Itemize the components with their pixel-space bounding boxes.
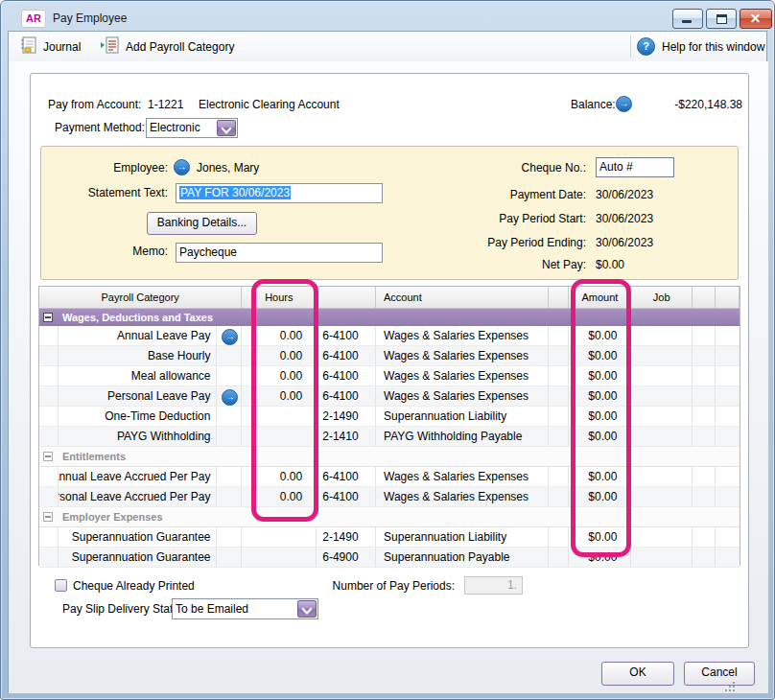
- statement-text-selection: PAY FOR 30/06/2023: [179, 186, 291, 199]
- collapse-toggle-icon[interactable]: [43, 512, 53, 522]
- hours-cell[interactable]: [242, 407, 317, 426]
- cheque-already-printed-checkbox[interactable]: [55, 579, 67, 592]
- amount-cell[interactable]: $0.00: [569, 427, 631, 446]
- resize-grip[interactable]: [725, 682, 735, 691]
- pay-from-account-name: Electronic Clearing Account: [199, 98, 340, 111]
- hours-cell[interactable]: 0.00: [242, 346, 317, 365]
- minimize-button[interactable]: [672, 9, 703, 29]
- account-number-cell: 6-4100: [317, 487, 376, 506]
- help-label: Help for this window: [662, 40, 764, 54]
- collapse-toggle-icon[interactable]: [43, 313, 53, 322]
- chevron-down-icon: [221, 123, 231, 133]
- account-name-cell: Superannuation Payable: [376, 548, 548, 567]
- table-row[interactable]: One-Time Deduction 2-1490 Superannuation…: [39, 407, 740, 427]
- net-pay-label: Net Pay:: [394, 258, 586, 271]
- category-cell: PAYG Withholding: [59, 427, 218, 446]
- amount-cell[interactable]: $0.00: [569, 548, 631, 567]
- amount-cell[interactable]: $0.00: [569, 407, 631, 426]
- hours-cell[interactable]: [242, 427, 317, 446]
- hours-cell[interactable]: 0.00: [242, 467, 317, 486]
- account-name-cell: Superannuation Liability: [376, 407, 548, 426]
- hours-cell[interactable]: 0.00: [242, 366, 317, 385]
- table-row[interactable]: Superannuation Guarantee 6-4900 Superann…: [39, 548, 740, 568]
- hours-cell[interactable]: 0.00: [242, 487, 317, 506]
- pay-slip-dropdown-button[interactable]: [297, 600, 317, 618]
- cancel-button[interactable]: Cancel: [684, 662, 755, 686]
- pay-from-account-number: 1-1221: [148, 98, 183, 111]
- cheque-no-input[interactable]: Auto #: [596, 157, 674, 177]
- title-bar[interactable]: AR Pay Employee: [2, 2, 773, 31]
- job-cell[interactable]: [631, 487, 693, 506]
- main-panel: Pay from Account: 1-1221 Electronic Clea…: [30, 73, 749, 648]
- account-name-cell: Wages & Salaries Expenses: [376, 467, 548, 486]
- balance-label: Balance:: [571, 98, 616, 111]
- journal-button[interactable]: Journal: [20, 35, 81, 58]
- account-name-cell: Wages & Salaries Expenses: [376, 326, 548, 345]
- table-row[interactable]: Superannuation Guarantee 2-1490 Superann…: [39, 527, 740, 548]
- hours-cell[interactable]: [242, 527, 317, 547]
- category-cell: Annual Leave Accrued Per Pay: [59, 467, 218, 486]
- cheque-already-printed-label[interactable]: Cheque Already Printed: [73, 579, 195, 593]
- account-name-cell: Wages & Salaries Expenses: [376, 386, 548, 406]
- account-name-cell: Wages & Salaries Expenses: [376, 366, 548, 385]
- job-cell[interactable]: [631, 548, 693, 567]
- hours-cell[interactable]: 0.00: [242, 386, 317, 406]
- job-cell[interactable]: [631, 527, 693, 547]
- job-cell[interactable]: [631, 467, 693, 486]
- help-icon: ?: [637, 37, 655, 56]
- table-row[interactable]: Meal allowance 0.00 6-4100 Wages & Salar…: [39, 366, 740, 386]
- row-zoom-arrow-icon[interactable]: →: [222, 389, 238, 406]
- hours-cell[interactable]: [242, 548, 317, 567]
- amount-cell[interactable]: $0.00: [569, 326, 631, 345]
- help-button[interactable]: ? Help for this window: [637, 35, 764, 58]
- balance-zoom-arrow-icon[interactable]: →: [616, 96, 632, 112]
- balance-value: -$220,148.38: [674, 98, 742, 111]
- job-cell[interactable]: [631, 326, 693, 345]
- payment-date-label: Payment Date:: [394, 188, 586, 201]
- table-row[interactable]: Personal Leave Accrued Per Pay 0.00 6-41…: [39, 487, 740, 507]
- table-row[interactable]: Personal Leave Pay → 0.00 6-4100 Wages &…: [39, 386, 740, 407]
- row-zoom-arrow-icon[interactable]: →: [222, 329, 238, 345]
- table-row[interactable]: Annual Leave Pay → 0.00 6-4100 Wages & S…: [39, 326, 740, 346]
- close-button[interactable]: [740, 9, 772, 29]
- table-row[interactable]: PAYG Withholding 2-1410 PAYG Withholding…: [39, 427, 740, 447]
- number-of-pay-periods-input: 1.: [464, 576, 523, 595]
- net-pay-value: $0.00: [596, 258, 624, 271]
- job-cell[interactable]: [631, 407, 693, 426]
- header-payroll-category[interactable]: Payroll Category: [39, 287, 242, 308]
- chevron-down-icon: [301, 603, 312, 614]
- banking-details-button[interactable]: Banking Details...: [147, 212, 257, 235]
- amount-cell[interactable]: $0.00: [569, 386, 631, 406]
- header-job[interactable]: Job: [631, 287, 693, 308]
- payment-method-label: Payment Method:: [55, 121, 145, 134]
- job-cell[interactable]: [631, 427, 693, 446]
- collapse-toggle-icon[interactable]: [43, 452, 53, 461]
- amount-cell[interactable]: $0.00: [569, 346, 631, 365]
- amount-cell[interactable]: $0.00: [569, 527, 631, 547]
- memo-input[interactable]: Paycheque: [176, 243, 383, 263]
- header-hours[interactable]: Hours: [242, 287, 317, 308]
- amount-cell[interactable]: $0.00: [569, 467, 631, 486]
- table-row[interactable]: Annual Leave Accrued Per Pay 0.00 6-4100…: [39, 467, 740, 487]
- pay-period-start-label: Pay Period Start:: [394, 212, 586, 225]
- payment-method-select[interactable]: Electronic: [146, 118, 238, 138]
- statement-text-input[interactable]: PAY FOR 30/06/2023: [176, 183, 383, 203]
- restore-button[interactable]: [706, 9, 737, 29]
- category-cell: Personal Leave Pay: [59, 386, 218, 406]
- hours-cell[interactable]: 0.00: [242, 326, 317, 345]
- employee-label: Employee:: [41, 161, 168, 175]
- job-cell[interactable]: [631, 386, 693, 406]
- payment-method-dropdown-button[interactable]: [217, 120, 236, 136]
- amount-cell[interactable]: $0.00: [569, 366, 631, 385]
- header-account[interactable]: Account: [376, 287, 549, 308]
- job-cell[interactable]: [631, 366, 693, 385]
- add-payroll-category-button[interactable]: Add Payroll Category: [101, 35, 234, 58]
- header-amount[interactable]: Amount: [569, 287, 631, 308]
- employee-zoom-arrow-icon[interactable]: →: [174, 159, 190, 175]
- amount-cell[interactable]: $0.00: [569, 487, 631, 506]
- ok-button[interactable]: OK: [601, 662, 674, 686]
- account-number-cell: 2-1410: [317, 427, 376, 446]
- pay-slip-delivery-status-select[interactable]: To be Emailed: [172, 598, 318, 619]
- table-row[interactable]: Base Hourly 0.00 6-4100 Wages & Salaries…: [39, 346, 740, 366]
- job-cell[interactable]: [631, 346, 693, 365]
